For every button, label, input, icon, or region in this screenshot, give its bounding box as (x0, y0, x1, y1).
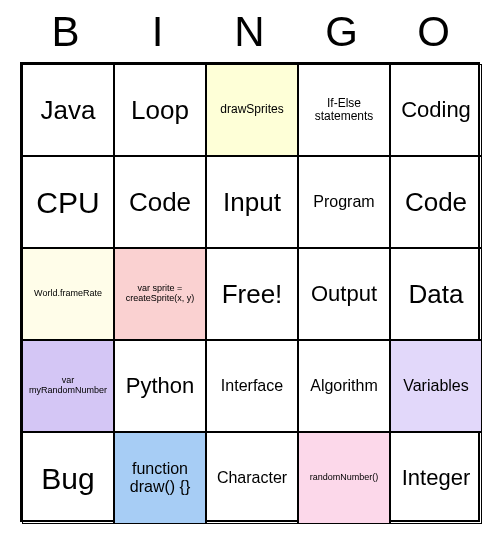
bingo-cell[interactable]: Java (22, 64, 114, 156)
bingo-cell[interactable]: Code (390, 156, 482, 248)
header-letter: I (112, 8, 204, 56)
bingo-cell[interactable]: Algorithm (298, 340, 390, 432)
bingo-cell[interactable]: var sprite = createSprite(x, y) (114, 248, 206, 340)
bingo-grid: Java Loop drawSprites If-Else statements… (20, 62, 480, 522)
bingo-cell[interactable]: If-Else statements (298, 64, 390, 156)
bingo-cell[interactable]: Loop (114, 64, 206, 156)
bingo-cell[interactable]: drawSprites (206, 64, 298, 156)
bingo-cell[interactable]: CPU (22, 156, 114, 248)
bingo-cell[interactable]: Input (206, 156, 298, 248)
bingo-cell[interactable]: Python (114, 340, 206, 432)
bingo-cell[interactable]: Coding (390, 64, 482, 156)
bingo-cell[interactable]: Integer (390, 432, 482, 524)
bingo-cell[interactable]: Variables (390, 340, 482, 432)
bingo-cell[interactable]: randomNumber() (298, 432, 390, 524)
bingo-cell[interactable]: World.frameRate (22, 248, 114, 340)
bingo-cell[interactable]: Interface (206, 340, 298, 432)
bingo-cell[interactable]: Bug (22, 432, 114, 524)
header-letter: G (296, 8, 388, 56)
header-letter: N (204, 8, 296, 56)
bingo-cell[interactable]: Data (390, 248, 482, 340)
bingo-cell[interactable]: Program (298, 156, 390, 248)
bingo-free-cell[interactable]: Free! (206, 248, 298, 340)
bingo-header: B I N G O (20, 8, 480, 56)
bingo-cell[interactable]: Character (206, 432, 298, 524)
bingo-cell[interactable]: function draw() {} (114, 432, 206, 524)
bingo-cell[interactable]: Output (298, 248, 390, 340)
bingo-cell[interactable]: var myRandomNumber (22, 340, 114, 432)
bingo-cell[interactable]: Code (114, 156, 206, 248)
header-letter: B (20, 8, 112, 56)
header-letter: O (388, 8, 480, 56)
